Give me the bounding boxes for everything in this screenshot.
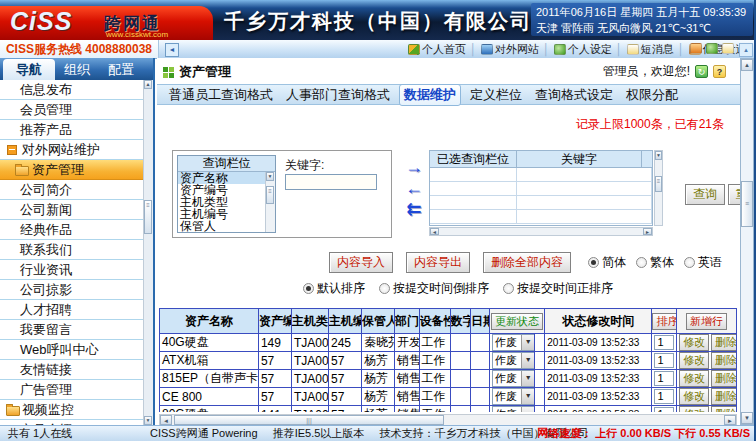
reset-button[interactable]: 重置 — [728, 184, 740, 205]
scroll-up-icon[interactable]: ▲ — [144, 80, 152, 89]
delete-button[interactable]: 删除 — [711, 370, 736, 387]
scrollbar-thumb[interactable]: ||| — [174, 415, 444, 425]
scrollbar-thumb[interactable]: ≡ — [655, 176, 662, 192]
selected-row[interactable] — [430, 196, 652, 210]
sidebar-item-web-callcenter[interactable]: Web呼叫中心 — [0, 340, 144, 360]
status-select[interactable]: 作废▼ — [492, 352, 535, 369]
scroll-down-icon[interactable]: ▼ — [655, 151, 662, 160]
status-select[interactable]: 作废▼ — [492, 370, 535, 387]
status-select[interactable]: 作废▼ — [492, 388, 535, 405]
sidebar-item-leave-message[interactable]: 我要留言 — [0, 320, 144, 340]
toolbar-item-settings[interactable]: 个人设定 — [551, 42, 615, 57]
tab-employee-query-format[interactable]: 普通员工查询格式 — [165, 85, 277, 105]
delete-button[interactable]: 删除 — [711, 388, 736, 405]
chevron-down-icon[interactable]: ▼ — [521, 389, 535, 404]
scroll-up-icon[interactable]: ▲ — [741, 59, 753, 71]
keyword-input[interactable] — [285, 174, 377, 190]
radio-english[interactable]: 英语 — [684, 254, 722, 271]
radio-icon[interactable] — [684, 257, 695, 268]
scroll-down-icon[interactable]: ▼ — [741, 412, 753, 424]
chevron-down-icon[interactable]: ▼ — [521, 353, 535, 368]
search-button[interactable]: 查询 — [685, 184, 725, 205]
sidebar-item-classic-works[interactable]: 经典作品 — [0, 220, 144, 240]
order-button[interactable]: 排序 — [652, 313, 676, 330]
toolbar-collapse-right-icon[interactable]: ▴ — [739, 43, 753, 57]
sidebar-item-info-publish[interactable]: 信息发布 — [0, 80, 144, 100]
sidebar-item-member-mgmt[interactable]: 会员管理 — [0, 100, 144, 120]
scrollbar-thumb[interactable]: ≡ — [741, 181, 753, 227]
sidebar-item-company-news[interactable]: 公司新闻 — [0, 200, 144, 220]
edit-button[interactable]: 修改 — [679, 370, 709, 387]
move-right-icon[interactable]: → — [400, 157, 428, 178]
order-input[interactable]: 1 — [654, 335, 674, 350]
tab-hr-query-format[interactable]: 人事部门查询格式 — [282, 85, 394, 105]
listbox-scrollbar[interactable]: ▲ ≡ ▼ — [265, 172, 275, 232]
import-button[interactable]: 内容导入 — [329, 252, 393, 273]
scrollbar-thumb[interactable]: ≡ — [144, 200, 152, 234]
order-input[interactable]: 1 — [654, 407, 674, 412]
tab-data-maintenance[interactable]: 数据维护 — [399, 84, 461, 106]
main-hscrollbar[interactable]: ◄ ||| ► — [159, 414, 737, 425]
sidebar-tab-org[interactable]: 组织 — [55, 59, 99, 80]
delete-button[interactable]: 删除 — [711, 352, 736, 369]
radio-icon[interactable] — [503, 283, 514, 294]
export-button[interactable]: 内容导出 — [406, 252, 470, 273]
delete-button[interactable]: 删除 — [711, 406, 736, 412]
toolbar-item-messages[interactable]: 短消息 — [624, 42, 677, 57]
radio-icon[interactable] — [588, 257, 599, 268]
radio-default-sort[interactable]: 默认排序 — [303, 280, 365, 297]
sidebar-tab-nav[interactable]: 导航 — [3, 59, 55, 80]
help-icon[interactable]: ? — [713, 65, 726, 78]
status-select[interactable]: 作废▼ — [492, 406, 535, 412]
scroll-right-icon[interactable]: ► — [724, 415, 736, 425]
edit-button[interactable]: 修改 — [679, 334, 709, 351]
selected-table-hscrollbar[interactable]: ◄ ► — [429, 227, 653, 236]
scroll-left-icon[interactable]: ◄ — [160, 415, 172, 425]
delete-button[interactable]: 删除 — [711, 334, 736, 351]
sidebar-item-asset-mgmt[interactable]: 资产管理 — [0, 160, 144, 180]
radio-icon[interactable] — [303, 283, 314, 294]
radio-simplified[interactable]: 简体 — [588, 254, 626, 271]
sidebar-item-recruiting[interactable]: 人才招聘 — [0, 300, 144, 320]
chevron-down-icon[interactable]: ▼ — [521, 407, 535, 412]
move-all-left-icon[interactable]: ⇇ — [400, 199, 428, 220]
scroll-down-icon[interactable]: ▼ — [266, 172, 274, 181]
refresh-icon[interactable]: ↻ — [695, 65, 708, 78]
selected-row[interactable] — [430, 210, 652, 224]
tab-define-fields[interactable]: 定义栏位 — [466, 85, 526, 105]
update-status-button[interactable]: 更新状态 — [491, 313, 543, 330]
chevron-down-icon[interactable]: ▼ — [521, 335, 535, 350]
scroll-down-icon[interactable]: ▼ — [144, 416, 152, 425]
edit-button[interactable]: 修改 — [679, 406, 709, 412]
scrollbar-thumb[interactable]: ≡ — [266, 186, 274, 204]
shortcut-icon[interactable] — [690, 43, 702, 54]
sidebar-item-company-photos[interactable]: 公司掠影 — [0, 280, 144, 300]
delete-all-button[interactable]: 删除全部内容 — [483, 252, 571, 273]
add-row-button[interactable]: 新增行 — [686, 313, 727, 330]
collapse-icon[interactable] — [7, 145, 17, 155]
query-fields-listbox[interactable]: 查询栏位 资产名称 资产编号 主机类型 主机编号 保管人 ▲ ≡ ▼ — [177, 155, 276, 233]
sidebar-item-video-monitor[interactable]: 视频监控 — [0, 400, 144, 420]
order-input[interactable]: 1 — [654, 353, 674, 368]
sidebar-scrollbar[interactable]: ▲ ≡ ▼ — [143, 80, 153, 425]
move-left-icon[interactable]: ← — [400, 178, 428, 199]
status-select[interactable]: 作废▼ — [492, 334, 535, 351]
logout-icon[interactable] — [722, 43, 734, 54]
selected-row[interactable] — [430, 182, 652, 196]
sidebar-item-ad-mgmt[interactable]: 广告管理 — [0, 380, 144, 400]
radio-icon[interactable] — [636, 257, 647, 268]
user-icon[interactable] — [706, 43, 718, 54]
sidebar-item-external-site[interactable]: 对外网站维护 — [0, 140, 144, 160]
main-vscrollbar[interactable]: ▲ ≡ ▼ — [740, 58, 754, 425]
scroll-left-icon[interactable]: ◄ — [430, 228, 439, 235]
sidebar-item-friend-links[interactable]: 友情链接 — [0, 360, 144, 380]
order-input[interactable]: 1 — [654, 389, 674, 404]
toolbar-collapse-left-icon[interactable]: ◄ — [165, 43, 179, 57]
radio-desc-by-submit-time[interactable]: 按提交时间倒排序 — [379, 280, 489, 297]
selected-table-vscrollbar[interactable]: ▲ ≡ ▼ — [654, 150, 663, 226]
toolbar-item-home[interactable]: 个人首页 — [405, 42, 469, 57]
edit-button[interactable]: 修改 — [679, 388, 709, 405]
radio-asc-by-submit-time[interactable]: 按提交时间正排序 — [503, 280, 613, 297]
radio-traditional[interactable]: 繁体 — [636, 254, 674, 271]
sidebar-item-recommend[interactable]: 推荐产品 — [0, 120, 144, 140]
